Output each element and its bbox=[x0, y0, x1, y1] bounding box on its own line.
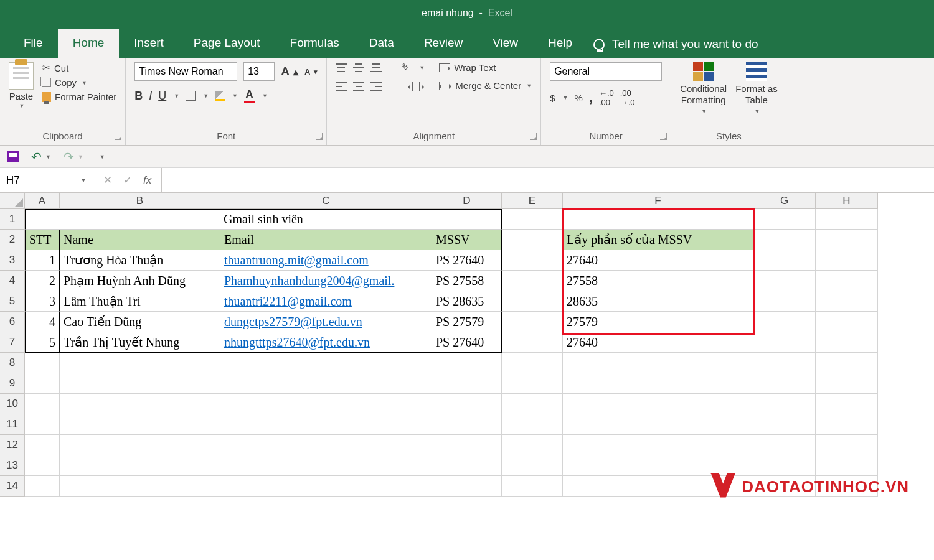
format-painter-button[interactable]: Format Painter bbox=[42, 91, 116, 102]
cell[interactable] bbox=[25, 476, 60, 497]
cell-email[interactable]: dungctps27579@fpt.edu.vn bbox=[220, 312, 432, 332]
header-mssv-number[interactable]: Lấy phần số của MSSV bbox=[563, 230, 753, 250]
comma-button[interactable]: , bbox=[589, 90, 593, 106]
cell[interactable] bbox=[432, 476, 502, 497]
alignment-launcher-icon[interactable] bbox=[530, 133, 537, 140]
copy-button[interactable]: Copy▼ bbox=[42, 77, 116, 88]
cell-mssv[interactable]: PS 28635 bbox=[432, 291, 502, 312]
cell[interactable] bbox=[753, 332, 816, 353]
cell-stt[interactable]: 2 bbox=[25, 271, 60, 291]
cell-mssv[interactable]: PS 27558 bbox=[432, 271, 502, 291]
cell[interactable] bbox=[563, 435, 753, 455]
cell-mssv-number[interactable]: 27640 bbox=[563, 250, 753, 271]
cell[interactable] bbox=[563, 373, 753, 394]
row-header-2[interactable]: 2 bbox=[0, 230, 25, 250]
align-bottom-button[interactable] bbox=[370, 62, 382, 73]
cell[interactable] bbox=[753, 230, 816, 250]
cell[interactable] bbox=[432, 373, 502, 394]
cell-stt[interactable]: 1 bbox=[25, 250, 60, 271]
cell[interactable] bbox=[60, 455, 220, 476]
cell[interactable] bbox=[60, 373, 220, 394]
cell[interactable] bbox=[753, 373, 816, 394]
increase-font-button[interactable]: A▴ bbox=[281, 65, 298, 78]
name-box[interactable]: H7▼ bbox=[0, 168, 93, 192]
cell[interactable] bbox=[816, 209, 878, 230]
tab-help[interactable]: Help bbox=[533, 29, 587, 58]
cell[interactable] bbox=[816, 353, 878, 373]
tab-data[interactable]: Data bbox=[354, 29, 409, 58]
cell-mssv-number[interactable]: 27640 bbox=[563, 332, 753, 353]
fx-button[interactable]: fx bbox=[143, 174, 151, 187]
cell[interactable] bbox=[502, 353, 563, 373]
cell[interactable] bbox=[25, 435, 60, 455]
tab-review[interactable]: Review bbox=[409, 29, 478, 58]
merge-center-button[interactable]: Merge & Center▼ bbox=[439, 80, 532, 91]
row-header-14[interactable]: 14 bbox=[0, 476, 25, 497]
col-header-A[interactable]: A bbox=[25, 193, 60, 209]
header-email[interactable]: Email bbox=[220, 230, 432, 250]
row-header-6[interactable]: 6 bbox=[0, 312, 25, 332]
row-header-13[interactable]: 13 bbox=[0, 455, 25, 476]
cut-button[interactable]: ✂Cut bbox=[42, 62, 116, 73]
tab-view[interactable]: View bbox=[478, 29, 533, 58]
cell[interactable] bbox=[502, 332, 563, 353]
clipboard-launcher-icon[interactable] bbox=[115, 133, 121, 140]
header-stt[interactable]: STT bbox=[25, 230, 60, 250]
cell[interactable] bbox=[816, 373, 878, 394]
cell[interactable] bbox=[816, 414, 878, 435]
col-header-D[interactable]: D bbox=[432, 193, 502, 209]
cell-mssv-number[interactable]: 27579 bbox=[563, 312, 753, 332]
cell[interactable] bbox=[432, 455, 502, 476]
col-header-E[interactable]: E bbox=[502, 193, 563, 209]
cancel-formula-button[interactable]: ✕ bbox=[103, 174, 112, 187]
row-header-12[interactable]: 12 bbox=[0, 435, 25, 455]
format-as-table-button[interactable]: Format as Table▼ bbox=[735, 62, 778, 115]
cell[interactable] bbox=[60, 414, 220, 435]
cell[interactable] bbox=[753, 312, 816, 332]
font-launcher-icon[interactable] bbox=[316, 133, 323, 140]
number-format-combo[interactable] bbox=[550, 62, 662, 81]
increase-indent-button[interactable] bbox=[419, 82, 430, 91]
number-launcher-icon[interactable] bbox=[660, 133, 667, 140]
bold-button[interactable]: B bbox=[134, 90, 143, 103]
cell[interactable] bbox=[563, 414, 753, 435]
cell[interactable] bbox=[502, 373, 563, 394]
orientation-button[interactable] bbox=[402, 63, 412, 73]
cell-stt[interactable]: 4 bbox=[25, 312, 60, 332]
paste-button[interactable]: Paste ▼ bbox=[9, 62, 34, 109]
redo-button[interactable]: ↷ bbox=[64, 149, 74, 164]
cell[interactable] bbox=[432, 435, 502, 455]
cell[interactable] bbox=[220, 455, 432, 476]
cell-name[interactable]: Phạm Huỳnh Anh Dũng bbox=[60, 271, 220, 291]
cell[interactable] bbox=[502, 476, 563, 497]
cell[interactable] bbox=[816, 271, 878, 291]
row-header-3[interactable]: 3 bbox=[0, 250, 25, 271]
cell-name[interactable]: Trần Thị Tuyết Nhung bbox=[60, 332, 220, 353]
row-header-10[interactable]: 10 bbox=[0, 394, 25, 414]
align-top-button[interactable] bbox=[336, 62, 347, 73]
cell-name[interactable]: Lâm Thuận Trí bbox=[60, 291, 220, 312]
cell-mssv-number[interactable]: 28635 bbox=[563, 291, 753, 312]
row-header-7[interactable]: 7 bbox=[0, 332, 25, 353]
col-header-H[interactable]: H bbox=[816, 193, 878, 209]
cell-email[interactable]: Phamhuynhanhdung2004@gmail. bbox=[220, 271, 432, 291]
cell-mssv-number[interactable]: 27558 bbox=[563, 271, 753, 291]
undo-button[interactable]: ↶ bbox=[31, 149, 42, 164]
cell[interactable] bbox=[753, 209, 816, 230]
align-center-button[interactable] bbox=[353, 81, 364, 92]
italic-button[interactable]: I bbox=[149, 90, 152, 103]
row-header-5[interactable]: 5 bbox=[0, 291, 25, 312]
cell[interactable] bbox=[25, 373, 60, 394]
cell[interactable] bbox=[220, 353, 432, 373]
cell[interactable] bbox=[25, 394, 60, 414]
cell[interactable] bbox=[25, 455, 60, 476]
increase-decimal-button[interactable]: ←.0.00 bbox=[599, 88, 614, 107]
cell[interactable] bbox=[816, 332, 878, 353]
cell[interactable] bbox=[816, 435, 878, 455]
row-header-8[interactable]: 8 bbox=[0, 353, 25, 373]
row-header-4[interactable]: 4 bbox=[0, 271, 25, 291]
font-size-combo[interactable] bbox=[243, 62, 275, 81]
tab-formulas[interactable]: Formulas bbox=[275, 29, 354, 58]
cell[interactable] bbox=[220, 414, 432, 435]
underline-button[interactable]: U bbox=[158, 90, 166, 103]
